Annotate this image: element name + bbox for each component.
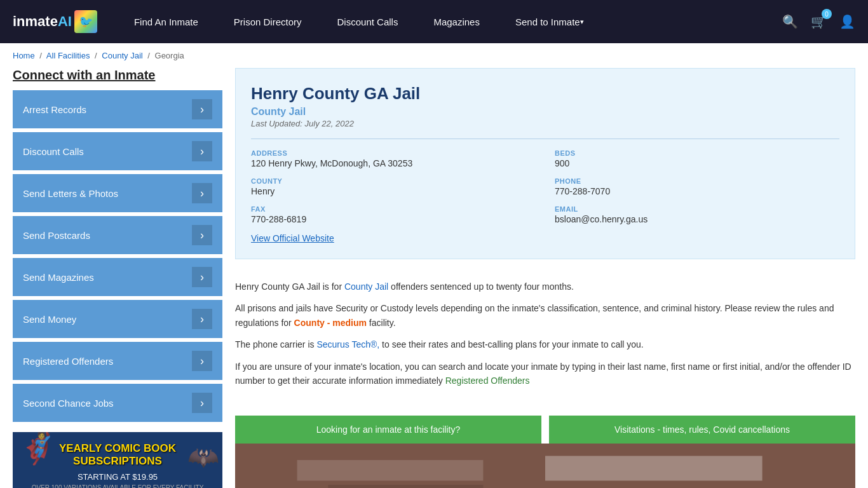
navbar: inmateAI 🐦 Find An Inmate Prison Directo… (0, 0, 868, 43)
chevron-right-icon: › (192, 267, 212, 287)
logo-icon: 🐦 (74, 10, 97, 33)
beds-value: 900 (555, 158, 839, 168)
divider (251, 139, 839, 139)
sidebar-title: Connect with an Inmate (13, 68, 222, 83)
main-layout: Connect with an Inmate Arrest Records › … (0, 68, 868, 488)
logo[interactable]: inmateAI 🐦 (13, 10, 97, 33)
nav-discount-calls[interactable]: Discount Calls (320, 0, 416, 43)
nav-magazines[interactable]: Magazines (416, 0, 498, 43)
main-content: Henry County GA Jail County Jail Last Up… (235, 68, 855, 488)
desc-1: Henry County GA Jail is for County Jail … (235, 280, 855, 294)
logo-text: inmateAI (13, 13, 72, 30)
nav-find-inmate[interactable]: Find An Inmate (116, 0, 216, 43)
sidebar-item-send-postcards[interactable]: Send Postcards › (13, 216, 222, 254)
desc-3: The phone carrier is Securus Tech®, to s… (235, 337, 855, 351)
chevron-right-icon: › (192, 351, 212, 371)
nav-prison-directory[interactable]: Prison Directory (216, 0, 320, 43)
nav-icons: 🔍 🛒 0 👤 (782, 14, 855, 29)
facility-updated: Last Updated: July 22, 2022 (251, 119, 839, 128)
nav-send-to-inmate[interactable]: Send to Inmate (498, 0, 602, 43)
desc-2: All prisons and jails have Security or C… (235, 301, 855, 330)
registered-offenders-link[interactable]: Registered Offenders (445, 376, 530, 386)
email-value: bsloan@co.henry.ga.us (555, 214, 839, 224)
sidebar-item-arrest-records[interactable]: Arrest Records › (13, 90, 222, 128)
desc-4: If you are unsure of your inmate's locat… (235, 360, 855, 388)
chevron-right-icon: › (192, 393, 212, 413)
ad-sub: OVER 100 VARIATIONS AVAILABLE FOR EVERY … (32, 484, 204, 488)
description-section: Henry County GA Jail is for County Jail … (235, 269, 855, 405)
fax-block: FAX 770-288-6819 (251, 205, 536, 224)
ad-title: YEARLY COMIC BOOKSUBSCRIPTIONS (32, 442, 204, 468)
facility-card: Henry County GA Jail County Jail Last Up… (235, 68, 855, 259)
sidebar-item-discount-calls[interactable]: Discount Calls › (13, 132, 222, 170)
breadcrumb-all-facilities[interactable]: All Facilities (46, 51, 90, 60)
county-block: COUNTY Henry (251, 177, 536, 196)
email-block: EMAIL bsloan@co.henry.ga.us (555, 205, 839, 224)
nav-links: Find An Inmate Prison Directory Discount… (116, 0, 782, 43)
cart-badge: 0 (822, 9, 832, 19)
ad-price: STARTING AT $19.95 (32, 472, 204, 482)
breadcrumb-state: Georgia (155, 51, 184, 60)
phone-block: PHONE 770-288-7070 (555, 177, 839, 196)
sidebar-item-send-letters[interactable]: Send Letters & Photos › (13, 174, 222, 212)
facility-type: County Jail (251, 106, 839, 118)
sidebar: Connect with an Inmate Arrest Records › … (13, 68, 222, 488)
cart-icon[interactable]: 🛒 0 (811, 14, 827, 29)
county-label: COUNTY (251, 177, 536, 185)
beds-label: BEDS (555, 149, 839, 157)
action-buttons: Looking for an inmate at this facility? … (235, 416, 855, 444)
aerial-overlay (235, 444, 855, 488)
email-label: EMAIL (555, 205, 839, 213)
search-icon[interactable]: 🔍 (782, 14, 798, 29)
chevron-right-icon: › (192, 225, 212, 245)
breadcrumb-home[interactable]: Home (13, 51, 35, 60)
fax-label: FAX (251, 205, 536, 213)
phone-value: 770-288-7070 (555, 186, 839, 196)
county-jail-link[interactable]: County Jail (344, 281, 388, 292)
aerial-image (235, 444, 855, 488)
county-medium-link[interactable]: County - medium (294, 318, 367, 328)
ad-banner[interactable]: 🦸 🦇 YEARLY COMIC BOOKSUBSCRIPTIONS START… (13, 432, 222, 488)
facility-name: Henry County GA Jail (251, 84, 839, 104)
address-label: ADDRESS (251, 149, 536, 157)
breadcrumb: Home / All Facilities / County Jail / Ge… (0, 43, 868, 68)
securus-link[interactable]: Securus Tech®, (316, 339, 379, 349)
chevron-right-icon: › (192, 309, 212, 329)
chevron-right-icon: › (192, 141, 212, 161)
sidebar-item-send-magazines[interactable]: Send Magazines › (13, 258, 222, 296)
fax-value: 770-288-6819 (251, 214, 536, 224)
sidebar-item-registered-offenders[interactable]: Registered Offenders › (13, 342, 222, 380)
official-website-link[interactable]: View Official Website (251, 233, 334, 243)
phone-label: PHONE (555, 177, 839, 185)
user-icon[interactable]: 👤 (839, 14, 855, 29)
looking-for-inmate-button[interactable]: Looking for an inmate at this facility? (235, 416, 541, 444)
sidebar-item-second-chance-jobs[interactable]: Second Chance Jobs › (13, 384, 222, 422)
chevron-right-icon: › (192, 183, 212, 203)
county-value: Henry (251, 186, 536, 196)
sidebar-item-send-money[interactable]: Send Money › (13, 300, 222, 338)
address-block: ADDRESS 120 Henry Pkwy, McDonough, GA 30… (251, 149, 536, 168)
visitations-button[interactable]: Visitations - times, rules, Covid cancel… (549, 416, 855, 444)
beds-block: BEDS 900 (555, 149, 839, 168)
breadcrumb-county-jail[interactable]: County Jail (102, 51, 142, 60)
chevron-right-icon: › (192, 99, 212, 119)
address-value: 120 Henry Pkwy, McDonough, GA 30253 (251, 158, 536, 168)
info-grid: ADDRESS 120 Henry Pkwy, McDonough, GA 30… (251, 149, 839, 224)
